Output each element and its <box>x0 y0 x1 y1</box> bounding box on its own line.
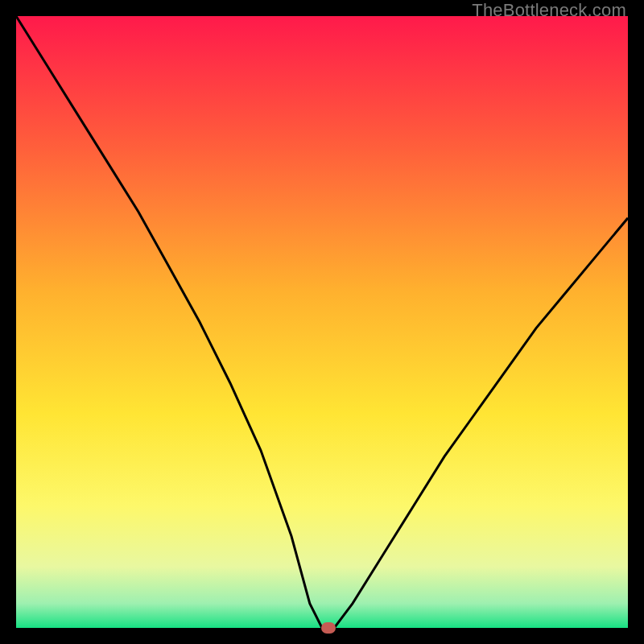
watermark-text: TheBottleneck.com <box>472 0 626 21</box>
bottleneck-chart <box>16 16 628 628</box>
chart-frame <box>16 16 628 628</box>
gradient-background <box>16 16 628 628</box>
optimal-point-marker <box>321 622 336 634</box>
